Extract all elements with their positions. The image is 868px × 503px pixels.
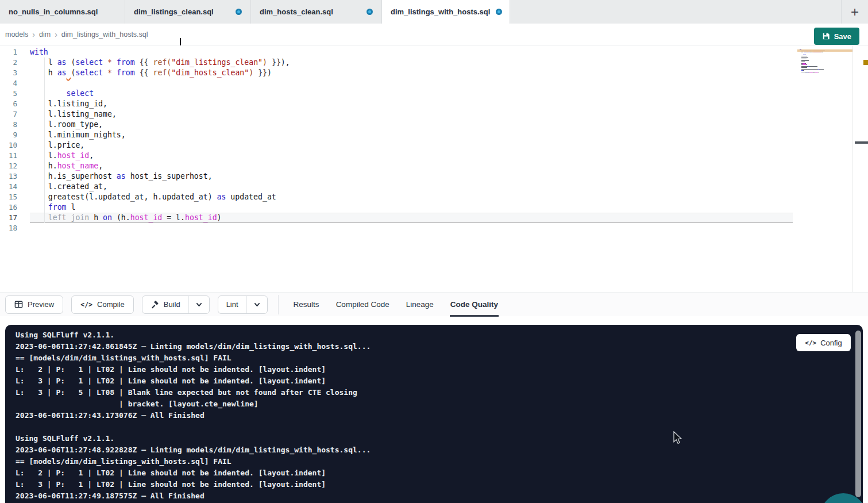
view-tab-lineage[interactable]: Lineage [406,293,434,317]
breadcrumb-bar: models›dim›dim_listings_with_hosts.sql S… [0,24,868,46]
new-tab-button[interactable]: + [841,0,868,24]
code-line[interactable]: 6 l.listing_id, [0,99,868,109]
code-text: l.listing_name, [30,109,793,120]
code-text: l.listing_id, [30,99,793,109]
unsaved-changes-dot [236,9,242,15]
unsaved-changes-dot [367,9,373,15]
code-line[interactable]: 2 l as (select * from {{ ref("dim_listin… [0,57,868,68]
terminal-line [16,421,371,433]
code-line[interactable]: 9 l.minimum_nights, [0,130,868,140]
view-tab-code-quality[interactable]: Code Quality [450,293,499,317]
file-tab[interactable]: dim_listings_clean.sql [125,0,251,24]
code-text [30,223,793,233]
action-bar: Preview </> Compile Build Lint ResultsCo… [0,292,868,316]
code-text: l.minimum_nights, [30,130,793,140]
lint-dropdown-button[interactable] [246,296,267,313]
code-text: l.room_type, [30,120,793,130]
terminal-line: 2023-06-06T11:27:49.187575Z — All Finish… [16,490,371,502]
indent-guide [44,57,45,223]
code-editor[interactable]: 1with2 l as (select * from {{ ref("dim_l… [0,46,868,292]
terminal-output: Using SQLFluff v2.1.1.2023-06-06T11:27:4… [16,329,371,502]
breadcrumb-item: dim_listings_with_hosts.sql [61,30,148,39]
config-button[interactable]: </> Config [796,334,851,351]
minimap [797,48,852,74]
line-number: 12 [0,161,17,171]
code-text: l.price, [30,140,793,151]
preview-button[interactable]: Preview [5,295,63,314]
terminal-line: Using SQLFluff v2.1.1. [16,433,371,444]
line-number: 15 [0,192,17,202]
floppy-disk-icon [822,32,830,40]
code-line[interactable]: 5 select [0,89,868,99]
code-line[interactable]: 13 h.is_superhost as host_is_superhost, [0,171,868,182]
code-line[interactable]: 16 from l [0,202,868,213]
code-line[interactable]: 10 l.price, [0,140,868,151]
code-line[interactable]: 4 [0,78,868,89]
code-line[interactable]: 3 h as (select * from {{ ref("dim_hosts_… [0,68,868,78]
line-number: 13 [0,171,17,182]
line-number: 11 [0,151,17,161]
terminal-line: L: 3 | P: 5 | LT08 | Blank line expected… [16,387,371,398]
terminal-line: L: 2 | P: 1 | LT02 | Line should not be … [16,467,371,479]
code-text: l as (select * from {{ ref("dim_listings… [30,57,793,68]
code-line[interactable]: 8 l.room_type, [0,120,868,130]
toolbar-divider [278,295,279,314]
terminal-line: 2023-06-06T11:27:43.173076Z — All Finish… [16,410,371,421]
terminal-line: L: 3 | P: 1 | LT02 | Line should not be … [16,479,371,490]
code-icon: </> [80,301,92,309]
file-tab-label: dim_hosts_clean.sql [260,7,333,16]
file-tab[interactable]: dim_hosts_clean.sql [251,0,382,24]
terminal-line: == [models/dim/dim_listings_with_hosts.s… [16,456,371,467]
code-text: from l [30,202,793,213]
code-line[interactable]: 1with [0,47,868,57]
minimap-panel[interactable] [797,48,852,74]
line-number: 7 [0,109,17,120]
code-text: h.is_superhost as host_is_superhost, [30,171,793,182]
save-label: Save [834,32,851,41]
code-line[interactable]: 18 [0,223,868,233]
file-tab-label: dim_listings_with_hosts.sql [391,7,490,16]
code-text: h as (select * from {{ ref("dim_hosts_cl… [30,68,793,78]
view-tabs: ResultsCompiled CodeLineageCode Quality [293,293,499,317]
code-line[interactable]: 17 left join h on (h.host_id = l.host_id… [0,213,868,223]
code-line[interactable]: 14 l.created_at, [0,182,868,192]
code-text: select [30,89,793,99]
text-caret [180,38,181,45]
breadcrumb-item: models [5,30,28,39]
build-dropdown-button[interactable] [188,296,209,313]
code-text [30,78,793,89]
line-number: 4 [0,78,17,89]
terminal-line: | bracket. [layout.cte_newline] [16,398,371,410]
chevron-down-icon [253,301,261,308]
compile-button[interactable]: </> Compile [71,295,133,314]
line-number: 1 [0,47,17,57]
code-line[interactable]: 11 l.host_id, [0,151,868,161]
save-button[interactable]: Save [814,28,859,45]
code-line[interactable]: 15 greatest(l.updated_at, h.updated_at) … [0,192,868,202]
view-tab-results[interactable]: Results [293,293,320,317]
hammer-icon [151,300,159,309]
terminal-line: L: 2 | P: 1 | LT02 | Line should not be … [16,364,371,375]
table-grid-icon [14,300,23,309]
code-icon: </> [805,339,816,347]
build-button[interactable]: Build [142,296,188,313]
terminal-scrollbar[interactable] [855,331,861,497]
code-line[interactable]: 7 l.listing_name, [0,109,868,120]
lint-button[interactable]: Lint [218,296,246,313]
breadcrumb-item: dim [39,30,51,39]
breadcrumb-separator-icon: › [32,30,35,39]
terminal-line: L: 3 | P: 1 | LT02 | Line should not be … [16,375,371,387]
line-number: 9 [0,130,17,140]
file-tab[interactable]: no_nulls_in_columns.sql [0,0,125,24]
terminal-line: 2023-06-06T11:27:42.861845Z — Linting mo… [16,341,371,352]
line-number: 8 [0,120,17,130]
compile-label: Compile [97,300,125,309]
minimap-viewport [797,49,852,52]
file-tab-label: dim_listings_clean.sql [134,7,214,16]
plus-icon: + [851,5,859,19]
file-tab[interactable]: dim_listings_with_hosts.sql [382,0,510,24]
view-tab-compiled-code[interactable]: Compiled Code [335,293,390,317]
line-number: 16 [0,202,17,213]
code-line[interactable]: 12 h.host_name, [0,161,868,171]
terminal-line: 2023-06-06T11:27:48.922828Z — Linting mo… [16,444,371,456]
